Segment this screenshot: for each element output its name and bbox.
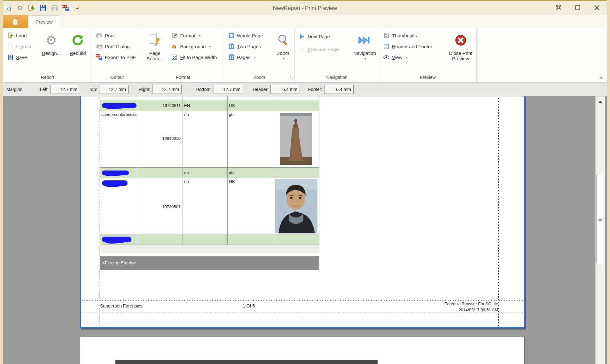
chevron-down-icon: ▾: [209, 45, 211, 48]
thumbnails-button[interactable]: Thu̲mbnails: [382, 30, 445, 41]
ribbon: L̲oad Un̲load S̲ave ⚙ D̲esign...: [3, 28, 607, 82]
header-and-footer-label: H̲eader and Footer: [392, 44, 432, 49]
background-label: Background: [180, 44, 206, 49]
design-button[interactable]: ⚙ D̲esign...: [39, 30, 64, 56]
file-button[interactable]: [3, 15, 28, 28]
export-pdf-label: Export To PDF: [105, 55, 136, 60]
tab-preview[interactable]: Preview: [28, 15, 60, 28]
username-cell: sandersonforensics: [100, 111, 138, 167]
ribbon-group-output: P̲rint Print Dialog PDF Export To PDF Ou…: [92, 28, 142, 82]
language-cell: en: [183, 111, 228, 167]
ribbon-group-navigation: N̲ext Page P̲revious Page Navigation ▾ N…: [295, 28, 379, 82]
ribbon-group-preview: Thu̲mbnails H̲eader and Footer V̲iew ▾: [379, 28, 477, 82]
load-button[interactable]: L̲oad: [6, 30, 39, 41]
photo-selfie: [275, 179, 317, 233]
page-setup-button[interactable]: Page Setu̲p...: [142, 30, 167, 61]
thumbnails-label: Thu̲mbnails: [392, 33, 417, 38]
save-icon: [7, 55, 14, 60]
band-gap: [100, 253, 319, 256]
export-pdf-icon: PDF: [96, 54, 103, 60]
save-button[interactable]: S̲ave: [6, 52, 39, 63]
ribbon-spacer: [477, 28, 607, 82]
export-pdf-button[interactable]: PDF Export To PDF: [95, 52, 142, 63]
rebuild-button[interactable]: R̲ebuild: [64, 30, 92, 56]
format-menu-button[interactable]: Format ▾: [170, 30, 224, 41]
redacted-name: [102, 103, 137, 108]
navigation-button[interactable]: Navigation ▾: [350, 30, 379, 61]
two-pages-button[interactable]: T̲wo Pages: [227, 41, 272, 52]
close-icon[interactable]: [593, 4, 601, 12]
print-dialog-button[interactable]: Print Dialog: [95, 41, 142, 52]
background-icon: [171, 44, 178, 49]
two-pages-label: T̲wo Pages: [237, 44, 261, 49]
print-button[interactable]: P̲rint: [95, 30, 142, 41]
close-print-preview-label-1: Close Print: [449, 50, 472, 56]
country-cell: gb: [228, 168, 274, 178]
preview-area[interactable]: 19720911 EN US sandersonforensics 196103…: [3, 96, 607, 364]
margin-left-field[interactable]: 12.7 mm: [51, 85, 80, 94]
ribbon-group-report: L̲oad Un̲load S̲ave ⚙ D̲esign...: [3, 28, 92, 82]
report-page-1: 19720911 EN US sandersonforensics 196103…: [80, 96, 525, 328]
dob-cell: 19720911: [138, 100, 183, 111]
next-page-button[interactable]: N̲ext Page: [297, 30, 350, 43]
zoom-button[interactable]: Zoom ▾: [272, 30, 294, 61]
footer-datetime: 2014/09/17 08:51 AM: [458, 307, 498, 312]
two-pages-icon: [228, 43, 235, 49]
language-cell: en: [183, 178, 228, 234]
navigation-label: Navigation: [353, 50, 376, 56]
fit-to-page-width-button[interactable]: F̲it to Page Width: [170, 52, 224, 63]
margin-top-label: Top:: [84, 83, 97, 96]
pages-menu-button[interactable]: Pages ▾: [227, 52, 272, 63]
table-row: 19730501 en GB: [100, 178, 319, 234]
whole-page-button[interactable]: Wh̲ole Page: [227, 30, 272, 41]
page-setup-icon: [149, 33, 161, 48]
close-print-preview-button[interactable]: Close Print Preview: [445, 30, 476, 61]
report-band-spacer: [100, 245, 319, 253]
print-dialog-icon: [96, 44, 103, 49]
footer-product: Forensic Browser For SQLite 2014/09/17 0…: [402, 301, 498, 313]
margin-right-label: Right:: [135, 83, 150, 96]
margin-header-field[interactable]: 6.4 mm: [270, 85, 300, 94]
vertical-scrollbar[interactable]: [595, 96, 605, 364]
design-gear-icon: ⚙: [46, 33, 57, 48]
photo-landscape: [280, 113, 312, 165]
ribbon-tab-row: Preview: [3, 15, 607, 28]
format-label: Format: [180, 33, 195, 38]
scrollbar-thumb[interactable]: [596, 175, 604, 264]
collapse-ribbon-icon[interactable]: [599, 75, 604, 80]
group-label-navigation: Navigation: [295, 75, 379, 82]
dob-cell: 19730501: [138, 178, 183, 234]
chevron-down-icon: ▾: [283, 56, 285, 61]
margins-title: Margins: [6, 83, 22, 96]
view-label: V̲iew: [392, 55, 403, 60]
format-icon: [171, 33, 178, 38]
title-bar: ⚙ PDF NewReport - Print Preview: [0, 1, 610, 15]
zoom-dialog-launcher-icon[interactable]: [289, 75, 293, 81]
chevron-down-icon: ▾: [199, 34, 200, 37]
table-row-cutoff: [100, 96, 319, 100]
background-menu-button[interactable]: Background ▾: [170, 41, 224, 52]
svg-text:PDF: PDF: [96, 55, 100, 57]
margin-top-field[interactable]: 12.7 mm: [99, 85, 129, 94]
ribbon-group-zoom: Wh̲ole Page T̲wo Pages Pages ▾: [224, 28, 295, 82]
header-and-footer-button[interactable]: H̲eader and Footer: [382, 41, 445, 52]
margin-right-field[interactable]: 12.7 mm: [152, 85, 182, 94]
fullscreen-icon[interactable]: [554, 4, 563, 12]
window-controls: [554, 4, 601, 12]
margin-bottom-label: Bottom:: [192, 83, 212, 96]
header-footer-icon: [383, 43, 390, 49]
scroll-up-icon[interactable]: [596, 99, 605, 104]
margin-header-label: Header:: [249, 83, 269, 96]
language-cell: en: [183, 168, 228, 178]
print-icon: [96, 33, 103, 38]
maximize-icon[interactable]: [574, 4, 582, 12]
window-title: NewReport - Print Preview: [0, 1, 610, 15]
thumbnails-icon: [383, 33, 390, 38]
page2-header-band: [115, 360, 378, 364]
chevron-down-icon: ▾: [254, 56, 256, 59]
margin-footer-field[interactable]: 6.4 mm: [324, 85, 354, 94]
footer-page-count: 1 Of 5: [217, 303, 281, 308]
view-menu-button[interactable]: V̲iew ▾: [382, 52, 445, 63]
margin-bottom-field[interactable]: 12.7 mm: [214, 85, 243, 94]
next-page-label: N̲ext Page: [308, 34, 330, 39]
